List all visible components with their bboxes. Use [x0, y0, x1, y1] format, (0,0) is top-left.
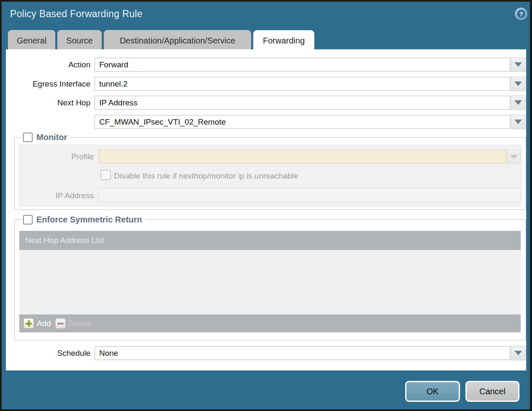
action-label: Action: [8, 60, 90, 69]
egress-interface-select[interactable]: tunnel.2: [95, 77, 510, 91]
disable-rule-label: Disable this rule if nexthop/monitor ip …: [114, 171, 415, 181]
monitor-legend: Monitor: [21, 133, 70, 142]
help-icon[interactable]: ?: [515, 8, 527, 20]
next-hop-address-list-header: Next Hop Address List: [19, 231, 521, 250]
monitor-group-label: Monitor: [36, 133, 67, 142]
window-frame: Policy Based Forwarding Rule ? General S…: [0, 0, 532, 411]
question-mark-glyph: ?: [517, 10, 525, 18]
chevron-down-icon: [514, 120, 522, 124]
forwarding-tab-content: Action Forward Egress Interface tunnel.2…: [6, 49, 526, 370]
dialog-title: Policy Based Forwarding Rule: [10, 8, 143, 20]
schedule-dropdown-button[interactable]: [511, 346, 526, 360]
next-hop-address-dropdown-button[interactable]: [511, 115, 526, 129]
next-hop-address-list-body[interactable]: [19, 250, 521, 314]
minus-icon: [55, 318, 66, 329]
tab-bar: General Source Destination/Application/S…: [8, 30, 314, 51]
profile-label: Profile: [18, 152, 94, 161]
enforce-symmetric-return-label: Enforce Symmetric Return: [36, 215, 142, 225]
schedule-select[interactable]: None: [95, 346, 510, 360]
cancel-button[interactable]: Cancel: [465, 381, 519, 402]
next-hop-type-select[interactable]: IP Address: [95, 96, 510, 110]
tab-general[interactable]: General: [8, 30, 55, 51]
delete-button-label: Delete: [69, 319, 92, 328]
chevron-down-icon: [514, 82, 522, 86]
disable-rule-checkbox: [100, 170, 111, 180]
add-button[interactable]: Add: [23, 318, 51, 329]
next-hop-dropdown-button[interactable]: [511, 95, 526, 110]
egress-interface-label: Egress Interface: [8, 79, 90, 89]
action-select[interactable]: Forward: [95, 58, 510, 71]
next-hop-address-select[interactable]: CF_MWAN_IPsec_VTI_02_Remote: [95, 115, 510, 129]
plus-icon: [23, 318, 34, 329]
add-button-label: Add: [37, 319, 51, 328]
tab-source[interactable]: Source: [57, 30, 102, 51]
monitor-checkbox[interactable]: [23, 133, 33, 142]
chevron-down-icon: [514, 351, 522, 355]
delete-button: Delete: [55, 318, 92, 329]
profile-dropdown-button: [507, 150, 521, 164]
enforce-symmetric-return-checkbox[interactable]: [23, 215, 33, 225]
enforce-symmetric-return-legend: Enforce Symmetric Return: [21, 215, 145, 225]
tab-destination-application-service[interactable]: Destination/Application/Service: [104, 30, 251, 51]
monitor-ip-address-input: [99, 188, 520, 202]
profile-select: [99, 150, 506, 163]
chevron-down-icon: [510, 155, 518, 159]
chevron-down-icon: [514, 100, 522, 105]
next-hop-label: Next Hop: [8, 98, 90, 107]
schedule-label: Schedule: [8, 349, 90, 358]
action-dropdown-button[interactable]: [511, 57, 526, 72]
ok-button[interactable]: OK: [405, 381, 460, 402]
chevron-down-icon: [514, 62, 522, 67]
egress-interface-dropdown-button[interactable]: [511, 77, 526, 91]
monitor-ip-address-label: IP Address: [18, 191, 94, 200]
next-hop-address-list-toolbar: Add Delete: [19, 314, 521, 332]
tab-forwarding[interactable]: Forwarding: [253, 30, 314, 51]
pbf-rule-dialog: Policy Based Forwarding Rule ? General S…: [2, 2, 530, 409]
